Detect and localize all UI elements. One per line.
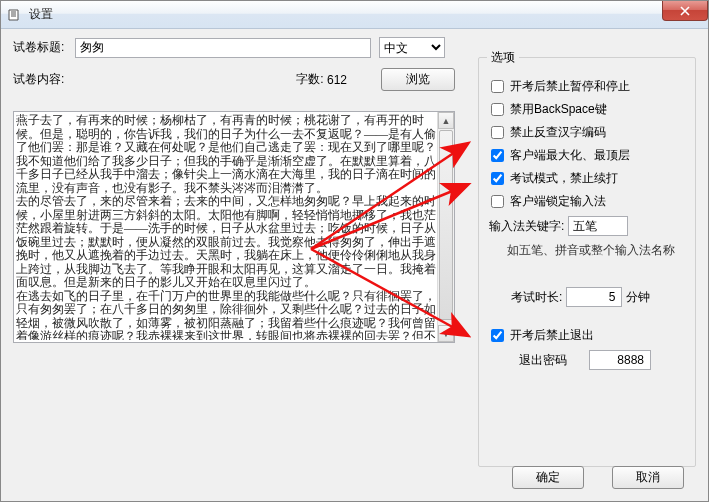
cancel-button[interactable]: 取消	[612, 466, 684, 489]
browse-button[interactable]: 浏览	[381, 68, 455, 91]
language-select[interactable]: 中文	[379, 37, 445, 58]
exam-time-input[interactable]	[566, 287, 622, 307]
left-pane: 试卷标题: 中文 试卷内容: 字数: 612 浏览	[13, 37, 455, 97]
options-legend: 选项	[487, 49, 519, 66]
ime-keyword-label: 输入法关键字:	[489, 218, 564, 235]
wordcount-label: 字数:	[296, 71, 323, 88]
checkbox-backspace[interactable]: 禁用BackSpace键	[489, 101, 685, 118]
checkbox-noquit-label: 开考后禁止退出	[510, 327, 594, 344]
vertical-scrollbar[interactable]: ▲ ▼	[437, 112, 454, 342]
dialog-buttons: 确定 取消	[512, 466, 684, 489]
checkbox-lockime-input[interactable]	[491, 195, 504, 208]
quit-password-label: 退出密码	[519, 352, 567, 369]
content-text: 燕子去了，有再来的时候；杨柳枯了，有再青的时候；桃花谢了，有再开的时候。但是，聪…	[16, 114, 436, 340]
wordcount-value: 612	[327, 73, 347, 87]
checkbox-noquit[interactable]: 开考后禁止退出	[489, 327, 685, 344]
checkbox-hanzi-label: 禁止反查汉字编码	[510, 124, 606, 141]
checkbox-pause-label: 开考后禁止暂停和停止	[510, 78, 630, 95]
window-close-button[interactable]	[662, 1, 708, 21]
scroll-thumb[interactable]	[439, 130, 453, 320]
checkbox-lockime[interactable]: 客户端锁定输入法	[489, 193, 685, 210]
checkbox-exammode[interactable]: 考试模式，禁止续打	[489, 170, 685, 187]
checkbox-hanzi-input[interactable]	[491, 126, 504, 139]
titlebar: 设置	[1, 1, 708, 29]
checkbox-maximize[interactable]: 客户端最大化、最顶层	[489, 147, 685, 164]
checkbox-maximize-label: 客户端最大化、最顶层	[510, 147, 630, 164]
checkbox-exammode-label: 考试模式，禁止续打	[510, 170, 618, 187]
checkbox-backspace-label: 禁用BackSpace键	[510, 101, 607, 118]
checkbox-exammode-input[interactable]	[491, 172, 504, 185]
ime-keyword-input[interactable]	[568, 216, 628, 236]
quit-password-input[interactable]	[589, 350, 651, 370]
checkbox-pause[interactable]: 开考后禁止暂停和停止	[489, 78, 685, 95]
title-input[interactable]	[75, 38, 371, 58]
dialog-body: 试卷标题: 中文 试卷内容: 字数: 612 浏览 燕子去了，有再来的时候；杨柳…	[1, 29, 708, 501]
exam-time-label: 考试时长:	[511, 289, 562, 306]
scroll-up-button[interactable]: ▲	[438, 112, 454, 129]
checkbox-hanzi[interactable]: 禁止反查汉字编码	[489, 124, 685, 141]
checkbox-backspace-input[interactable]	[491, 103, 504, 116]
window-app-icon	[7, 7, 23, 23]
content-textarea[interactable]: 燕子去了，有再来的时候；杨柳枯了，有再青的时候；桃花谢了，有再开的时候。但是，聪…	[13, 111, 455, 343]
options-groupbox: 选项 开考后禁止暂停和停止 禁用BackSpace键 禁止反查汉字编码 客户端最…	[478, 57, 696, 467]
scroll-down-button[interactable]: ▼	[438, 325, 454, 342]
content-label: 试卷内容:	[13, 71, 75, 88]
checkbox-pause-input[interactable]	[491, 80, 504, 93]
checkbox-lockime-label: 客户端锁定输入法	[510, 193, 606, 210]
window-title: 设置	[29, 6, 53, 23]
checkbox-noquit-input[interactable]	[491, 329, 504, 342]
checkbox-maximize-input[interactable]	[491, 149, 504, 162]
title-label: 试卷标题:	[13, 39, 75, 56]
exam-time-unit: 分钟	[626, 289, 650, 306]
ime-keyword-hint: 如五笔、拼音或整个输入法名称	[507, 242, 685, 259]
ok-button[interactable]: 确定	[512, 466, 584, 489]
